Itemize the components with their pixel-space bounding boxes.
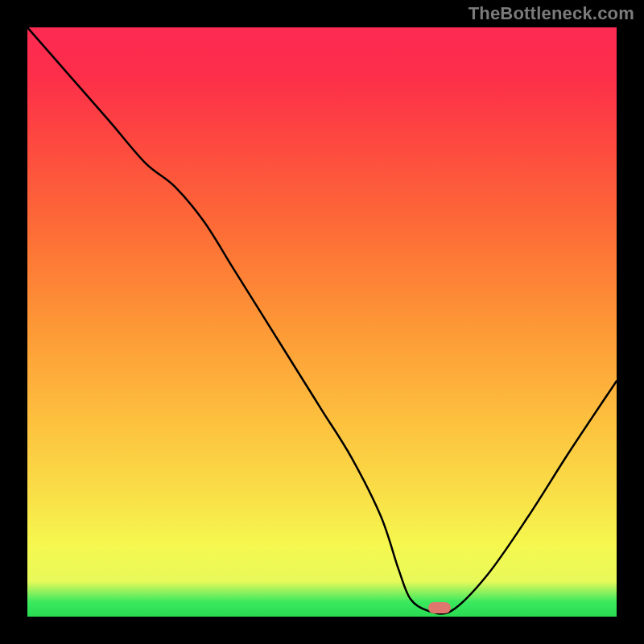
- plot-area: [27, 27, 617, 617]
- target-marker: [428, 602, 451, 613]
- watermark-text: TheBottleneck.com: [469, 3, 634, 24]
- bottleneck-curve: [27, 27, 617, 617]
- chart-frame: TheBottleneck.com: [0, 0, 644, 644]
